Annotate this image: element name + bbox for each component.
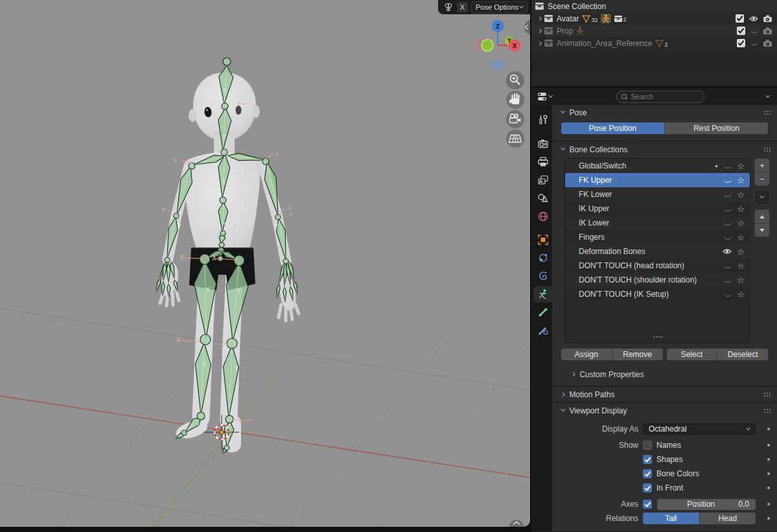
solo-star-icon[interactable]: ☆ [737,162,745,170]
expand-icon[interactable] [537,16,542,21]
bone-collection-row[interactable]: DON'T TOUCH (shoulder rotation) ☆ [565,273,750,287]
sidebar-collapse-arrow[interactable] [524,20,530,34]
custom-properties-subpanel[interactable]: Custom Properties [572,369,768,380]
panel-motion-paths-header[interactable]: Motion Paths [552,387,777,402]
pose-options-dropdown[interactable]: Pose Options [471,1,528,14]
panel-grip-icon[interactable] [763,392,772,397]
bone-collection-row[interactable]: Deformation Bones ☆ [565,244,750,259]
camera-icon[interactable] [763,15,772,22]
tab-bone[interactable] [533,304,552,321]
in-front-checkbox[interactable] [643,483,652,492]
animate-dot[interactable] [767,487,770,489]
relations-tail-button[interactable]: Tail [643,513,700,524]
gizmo-neg-z[interactable] [493,60,503,70]
camera-view-button[interactable] [506,110,524,128]
tab-world[interactable] [533,208,552,225]
panel-bone-collections-header[interactable]: Bone Collections [552,142,777,157]
bone-colors-checkbox[interactable] [643,469,652,478]
animate-dot[interactable] [767,517,770,520]
remove-collection-button[interactable]: − [754,172,770,186]
eye-closed-icon[interactable] [724,221,732,226]
panel-grip-icon[interactable] [763,110,772,115]
outliner-row-prop[interactable]: Prop [531,25,777,37]
camera-icon[interactable] [763,27,772,34]
solo-star-icon[interactable]: ☆ [737,233,745,242]
expand-icon[interactable] [537,29,542,34]
tab-physics[interactable] [533,268,552,284]
panel-grip-icon[interactable] [763,147,772,152]
eye-closed-icon[interactable] [724,278,732,283]
search-field[interactable] [616,91,704,103]
toggle-grid-button[interactable] [506,130,524,148]
tab-constraints[interactable] [533,249,552,266]
tab-bone-constraints[interactable] [533,322,552,339]
display-as-dropdown[interactable]: Octahedral [643,423,756,435]
eye-closed-icon[interactable] [724,192,732,197]
armature-overlay[interactable]: YYYYYYYYYYxxxxXXXxZZZZZZ [156,58,297,453]
checkbox-checked[interactable] [737,27,745,35]
gizmo-neg-y[interactable] [481,40,493,51]
animate-dot[interactable] [767,444,770,446]
eye-open-icon[interactable] [749,16,758,22]
x-axis-mirror-icon[interactable] [443,2,454,12]
outliner-row-avatar[interactable]: Avatar 32 [531,12,777,25]
3d-viewport[interactable]: YYYYYYYYYYxxxxXXXxZZZZZZ Y Z X [0,0,530,527]
tab-tool[interactable] [533,111,552,128]
remove-button[interactable]: Remove [612,349,663,360]
solo-star-icon[interactable]: ☆ [737,290,745,299]
x-axis-button[interactable]: X [457,2,468,12]
panel-pose-header[interactable]: Pose [552,105,777,120]
bone-collection-row[interactable]: Global/Switch • ☆ [565,159,750,173]
eye-closed-icon[interactable] [750,41,758,45]
deselect-button[interactable]: Deselect [717,349,768,360]
expand-icon[interactable] [537,41,542,46]
options-chevron-icon[interactable] [765,93,771,98]
animate-dot[interactable] [767,503,770,505]
panel-grip-icon[interactable] [763,408,772,413]
solo-star-icon[interactable]: ☆ [737,276,745,284]
bottom-collapse-arrow[interactable] [509,520,524,527]
axes-checkbox[interactable] [643,500,652,509]
rest-position-button[interactable]: Rest Position [665,122,768,134]
axes-position-slider[interactable]: Position 0.0 [657,499,756,510]
eye-closed-icon[interactable] [724,235,732,240]
tab-render[interactable] [533,135,552,152]
editor-type-button[interactable] [535,91,554,102]
eye-closed-icon[interactable] [724,178,732,183]
pose-position-button[interactable]: Pose Position [561,122,665,134]
solo-star-icon[interactable]: ☆ [737,205,745,213]
list-resize-grip[interactable] [653,336,662,339]
bone-collection-row[interactable]: DON'T TOUCH (head rotation) ☆ [565,259,750,273]
animate-dot[interactable] [767,428,770,430]
solo-star-icon[interactable]: ☆ [737,248,745,256]
tab-object-data[interactable] [533,286,552,303]
search-input[interactable] [630,92,684,101]
tab-output[interactable] [533,154,552,170]
zoom-tool-button[interactable] [506,71,524,89]
tab-view-layer[interactable] [533,172,552,189]
move-up-button[interactable] [754,209,770,224]
bone-collection-row[interactable]: DON'T TOUCH (IK Setup) ☆ [565,287,750,301]
outliner-row-scene-collection[interactable]: Scene Collection [531,0,777,12]
bone-collection-row[interactable]: Fingers ☆ [565,230,750,244]
checkbox-checked[interactable] [736,14,744,23]
bone-collection-row-selected[interactable]: FK Upper ☆ [565,173,750,187]
specials-menu-button[interactable] [754,190,770,205]
eye-closed-icon[interactable] [724,164,732,168]
bone-collection-row[interactable]: FK Lower ☆ [565,187,750,202]
solo-star-icon[interactable]: ☆ [737,219,745,227]
relations-head-button[interactable]: Head [700,513,756,524]
animate-dot[interactable] [767,472,770,475]
tab-scene[interactable] [533,190,552,207]
eye-closed-icon[interactable] [724,292,732,297]
navigation-gizmo[interactable]: Y Z X [475,20,521,71]
eye-closed-icon[interactable] [724,264,732,268]
move-down-button[interactable] [754,223,770,237]
solo-star-icon[interactable]: ☆ [737,262,745,270]
checkbox-checked[interactable] [737,39,745,47]
tab-object[interactable] [533,231,552,248]
panel-viewport-display-header[interactable]: Viewport Display [552,403,777,418]
bone-collection-row[interactable]: IK Upper ☆ [565,202,750,216]
eye-closed-icon[interactable] [750,29,758,33]
animate-dot[interactable] [767,458,770,461]
